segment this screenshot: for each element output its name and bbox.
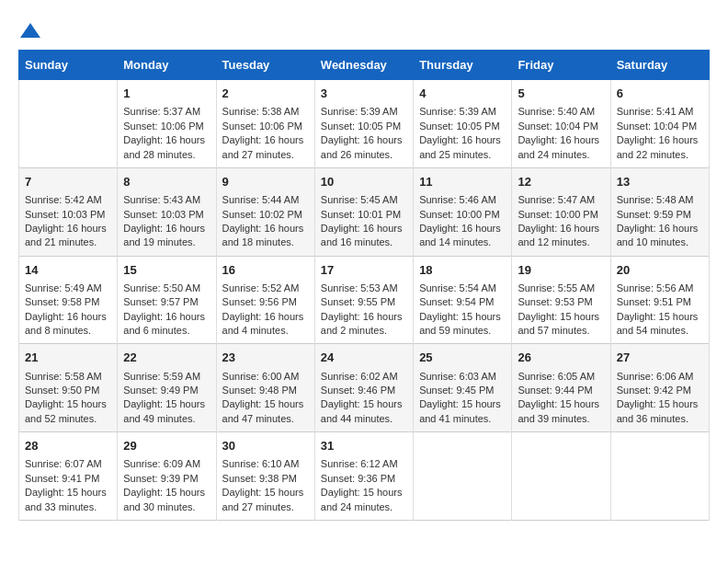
day-number: 15 [123,262,210,279]
day-number: 28 [25,438,111,454]
day-info: Sunrise: 5:47 AM Sunset: 10:00 PM Daylig… [518,193,604,250]
day-number: 10 [321,174,407,190]
calendar-cell: 17Sunrise: 5:53 AM Sunset: 9:55 PM Dayli… [314,256,413,344]
calendar-cell: 31Sunrise: 6:12 AM Sunset: 9:36 PM Dayli… [314,432,413,521]
day-number: 6 [617,86,703,102]
calendar-header: SundayMondayTuesdayWednesdayThursdayFrid… [19,51,710,80]
day-number: 26 [518,350,604,366]
calendar-cell: 4Sunrise: 5:39 AM Sunset: 10:05 PM Dayli… [414,80,512,168]
calendar-cell: 1Sunrise: 5:37 AM Sunset: 10:06 PM Dayli… [118,80,216,168]
svg-marker-0 [20,23,40,38]
day-info: Sunrise: 5:37 AM Sunset: 10:06 PM Daylig… [123,105,210,162]
calendar-week-3: 14Sunrise: 5:49 AM Sunset: 9:58 PM Dayli… [19,256,710,344]
calendar-cell: 28Sunrise: 6:07 AM Sunset: 9:41 PM Dayli… [19,432,118,521]
day-info: Sunrise: 5:39 AM Sunset: 10:05 PM Daylig… [419,105,506,162]
calendar-cell: 30Sunrise: 6:10 AM Sunset: 9:38 PM Dayli… [216,432,314,521]
day-number: 2 [222,86,309,102]
calendar-cell: 29Sunrise: 6:09 AM Sunset: 9:39 PM Dayli… [118,432,216,521]
day-info: Sunrise: 6:10 AM Sunset: 9:38 PM Dayligh… [222,457,309,514]
calendar-week-2: 7Sunrise: 5:42 AM Sunset: 10:03 PM Dayli… [19,167,710,256]
day-number: 7 [25,174,111,190]
day-number: 11 [419,174,506,190]
day-number: 9 [222,174,309,190]
weekday-header-friday: Friday [512,51,610,80]
calendar-cell: 21Sunrise: 5:58 AM Sunset: 9:50 PM Dayli… [19,344,118,432]
day-info: Sunrise: 6:00 AM Sunset: 9:48 PM Dayligh… [222,370,309,427]
calendar-cell: 10Sunrise: 5:45 AM Sunset: 10:01 PM Dayl… [314,167,413,256]
day-number: 16 [222,262,309,279]
day-info: Sunrise: 5:43 AM Sunset: 10:03 PM Daylig… [123,193,210,250]
day-info: Sunrise: 6:07 AM Sunset: 9:41 PM Dayligh… [25,457,111,514]
day-number: 22 [123,350,210,366]
day-info: Sunrise: 5:56 AM Sunset: 9:51 PM Dayligh… [617,282,703,339]
logo [18,18,40,40]
day-number: 1 [123,86,210,102]
calendar-cell: 14Sunrise: 5:49 AM Sunset: 9:58 PM Dayli… [19,256,118,344]
calendar-cell: 5Sunrise: 5:40 AM Sunset: 10:04 PM Dayli… [512,80,610,168]
day-number: 17 [321,262,407,279]
calendar-cell: 22Sunrise: 5:59 AM Sunset: 9:49 PM Dayli… [118,344,216,432]
day-number: 8 [123,174,210,190]
weekday-header-monday: Monday [118,51,216,80]
day-info: Sunrise: 5:45 AM Sunset: 10:01 PM Daylig… [321,193,407,250]
calendar-cell: 9Sunrise: 5:44 AM Sunset: 10:02 PM Dayli… [216,167,314,256]
calendar-cell: 27Sunrise: 6:06 AM Sunset: 9:42 PM Dayli… [610,344,709,432]
day-number: 12 [518,174,604,190]
calendar-table: SundayMondayTuesdayWednesdayThursdayFrid… [18,50,710,521]
day-info: Sunrise: 5:53 AM Sunset: 9:55 PM Dayligh… [321,282,407,339]
day-number: 13 [617,174,703,190]
calendar-cell: 7Sunrise: 5:42 AM Sunset: 10:03 PM Dayli… [19,167,118,256]
calendar-cell: 19Sunrise: 5:55 AM Sunset: 9:53 PM Dayli… [512,256,610,344]
calendar-cell [414,432,512,521]
day-number: 29 [123,438,210,454]
day-info: Sunrise: 6:06 AM Sunset: 9:42 PM Dayligh… [617,370,703,427]
day-info: Sunrise: 5:39 AM Sunset: 10:05 PM Daylig… [321,105,407,162]
day-info: Sunrise: 6:12 AM Sunset: 9:36 PM Dayligh… [321,457,407,514]
calendar-cell [512,432,610,521]
calendar-cell: 8Sunrise: 5:43 AM Sunset: 10:03 PM Dayli… [118,167,216,256]
calendar-cell [19,80,118,168]
day-info: Sunrise: 5:49 AM Sunset: 9:58 PM Dayligh… [25,282,111,339]
weekday-header-sunday: Sunday [19,51,118,80]
calendar-cell: 2Sunrise: 5:38 AM Sunset: 10:06 PM Dayli… [216,80,314,168]
calendar-cell: 25Sunrise: 6:03 AM Sunset: 9:45 PM Dayli… [414,344,512,432]
day-info: Sunrise: 6:09 AM Sunset: 9:39 PM Dayligh… [123,457,210,514]
weekday-header-thursday: Thursday [414,51,512,80]
page-header [18,18,710,40]
calendar-cell: 3Sunrise: 5:39 AM Sunset: 10:05 PM Dayli… [314,80,413,168]
calendar-cell: 12Sunrise: 5:47 AM Sunset: 10:00 PM Dayl… [512,167,610,256]
logo-arrow-icon [20,23,40,38]
day-info: Sunrise: 5:38 AM Sunset: 10:06 PM Daylig… [222,105,309,162]
day-info: Sunrise: 6:03 AM Sunset: 9:45 PM Dayligh… [419,370,506,427]
calendar-week-5: 28Sunrise: 6:07 AM Sunset: 9:41 PM Dayli… [19,432,710,521]
calendar-cell: 26Sunrise: 6:05 AM Sunset: 9:44 PM Dayli… [512,344,610,432]
weekday-header-tuesday: Tuesday [216,51,314,80]
calendar-cell: 18Sunrise: 5:54 AM Sunset: 9:54 PM Dayli… [414,256,512,344]
day-number: 4 [419,86,506,102]
calendar-cell [610,432,709,521]
day-number: 18 [419,262,506,279]
day-info: Sunrise: 5:48 AM Sunset: 9:59 PM Dayligh… [617,193,703,250]
day-info: Sunrise: 5:41 AM Sunset: 10:04 PM Daylig… [617,105,703,162]
day-info: Sunrise: 5:44 AM Sunset: 10:02 PM Daylig… [222,193,309,250]
day-number: 14 [25,262,111,279]
day-number: 25 [419,350,506,366]
calendar-cell: 13Sunrise: 5:48 AM Sunset: 9:59 PM Dayli… [610,167,709,256]
logo-text [18,18,40,40]
calendar-cell: 11Sunrise: 5:46 AM Sunset: 10:00 PM Dayl… [414,167,512,256]
weekday-header-saturday: Saturday [610,51,709,80]
day-info: Sunrise: 5:59 AM Sunset: 9:49 PM Dayligh… [123,370,210,427]
day-number: 31 [321,438,407,454]
day-number: 24 [321,350,407,366]
calendar-cell: 24Sunrise: 6:02 AM Sunset: 9:46 PM Dayli… [314,344,413,432]
calendar-cell: 15Sunrise: 5:50 AM Sunset: 9:57 PM Dayli… [118,256,216,344]
calendar-body: 1Sunrise: 5:37 AM Sunset: 10:06 PM Dayli… [19,80,710,521]
calendar-week-4: 21Sunrise: 5:58 AM Sunset: 9:50 PM Dayli… [19,344,710,432]
calendar-cell: 20Sunrise: 5:56 AM Sunset: 9:51 PM Dayli… [610,256,709,344]
calendar-cell: 16Sunrise: 5:52 AM Sunset: 9:56 PM Dayli… [216,256,314,344]
day-number: 27 [617,350,703,366]
day-info: Sunrise: 5:40 AM Sunset: 10:04 PM Daylig… [518,105,604,162]
day-number: 21 [25,350,111,366]
day-info: Sunrise: 5:55 AM Sunset: 9:53 PM Dayligh… [518,282,604,339]
day-info: Sunrise: 5:58 AM Sunset: 9:50 PM Dayligh… [25,370,111,427]
